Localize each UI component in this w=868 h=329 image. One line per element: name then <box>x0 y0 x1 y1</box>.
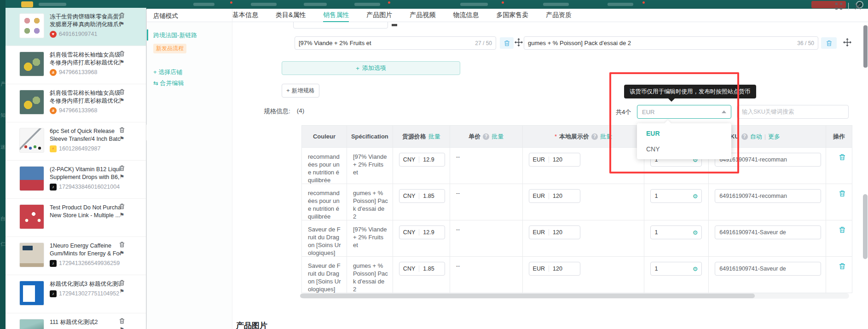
help-icon[interactable]: ? <box>591 133 598 140</box>
tab-product-qualification[interactable]: 产品资质 <box>546 9 572 22</box>
trash-icon[interactable] <box>119 12 125 18</box>
product-title-line1: 标题优化测试3 标题优化测试 <box>50 280 121 288</box>
char-counter: 27 / 50 <box>475 40 496 46</box>
notification-dot <box>502 1 504 4</box>
sku-input[interactable]: 649161909741-Saveur de <box>715 225 821 239</box>
sku-auto-link[interactable]: 自动 <box>750 133 762 140</box>
flag-icon[interactable]: ⚑ <box>120 59 125 65</box>
sku-input[interactable]: 649161909741-recomman <box>715 189 821 203</box>
flag-icon[interactable]: ⚑ <box>120 250 125 256</box>
trash-icon[interactable] <box>832 226 852 233</box>
option-2-drag-handle[interactable] <box>843 38 851 46</box>
gear-icon[interactable]: ⚙ <box>693 265 698 273</box>
add-spec-button[interactable]: + 新增规格 <box>282 84 319 98</box>
tab-multi-country-sale[interactable]: 多国家售卖 <box>496 9 528 22</box>
currency-select[interactable]: EUR <box>637 105 731 119</box>
batch-edit-link[interactable]: 批量 <box>428 133 440 140</box>
scrolled-element-partial <box>392 24 397 26</box>
flag-icon[interactable]: ⚑ <box>120 136 125 141</box>
currency-option-eur[interactable]: EUR <box>637 126 731 141</box>
cell-sku: 649161909741-Saveur de <box>709 257 826 293</box>
gear-icon[interactable]: ⚙ <box>693 229 698 237</box>
flag-icon[interactable]: ⚑ <box>120 21 125 27</box>
local-price-input[interactable]: EUR120 <box>529 153 580 167</box>
quantity-input[interactable]: 1⚙ <box>650 225 702 239</box>
product-id: 947966133968 <box>59 107 97 114</box>
quantity-input[interactable]: 1⚙ <box>650 262 702 276</box>
trash-icon[interactable] <box>119 51 125 57</box>
trash-icon[interactable] <box>119 165 125 171</box>
sku-search-input[interactable] <box>737 109 848 115</box>
flag-icon[interactable]: ⚑ <box>120 327 125 329</box>
tab-logistics-info[interactable]: 物流信息 <box>453 9 479 22</box>
product-list-item[interactable]: 斜肩领雪花棉长袖t恤女高级感秋 冬修身内搭打底衫标题优化测试3 a 947966… <box>6 46 146 84</box>
add-option-button[interactable]: + 添加选项 <box>282 61 460 75</box>
close-icon[interactable] <box>854 3 862 10</box>
couleur-value: recommandées pour une nutrition équilibr… <box>308 153 340 184</box>
tab-product-images[interactable]: 产品图片 <box>366 9 392 22</box>
flag-icon[interactable]: ⚑ <box>120 212 125 218</box>
batch-edit-link[interactable]: 批量 <box>492 133 503 140</box>
option-value-2-input[interactable] <box>524 40 797 46</box>
batch-edit-link[interactable]: 批量 <box>600 133 612 140</box>
trash-icon[interactable] <box>119 203 125 209</box>
product-list-item[interactable]: 斜肩领雪花棉长袖t恤女高级感秋 冬修身内搭打底衫标题优化测试2 a 947966… <box>6 84 146 122</box>
sku-input[interactable]: 649161909741-Saveur de <box>715 262 821 276</box>
quantity-value: 1 <box>654 229 658 237</box>
local-price-input[interactable]: EUR120 <box>529 225 580 239</box>
price-value: 1.85 <box>419 265 438 273</box>
product-text: 斜肩领雪花棉长袖t恤女高级感秋 冬修身内搭打底衫标题优化测试3 a 947966… <box>50 51 121 76</box>
trash-icon[interactable] <box>119 280 125 286</box>
local-price-input[interactable]: EUR120 <box>529 262 580 276</box>
tab-basic-info[interactable]: 基本信息 <box>232 9 258 22</box>
source-price-input[interactable]: CNY1.85 <box>399 262 445 276</box>
product-item-actions: ⚑ <box>119 280 125 294</box>
fullscreen-icon[interactable] <box>835 2 843 10</box>
rail-glyph: 迷 <box>0 144 6 150</box>
option-2-delete-button[interactable] <box>821 37 837 49</box>
cell-couleur: Saveur de Fruit du Dragon [Soins Urologi… <box>302 257 347 293</box>
currency-option-cny[interactable]: CNY <box>637 141 731 157</box>
local-price-input[interactable]: EUR120 <box>529 189 580 203</box>
trash-icon[interactable] <box>832 154 852 161</box>
trash-icon[interactable] <box>119 127 125 133</box>
tab-category-attributes[interactable]: 类目&属性 <box>276 9 306 22</box>
trash-icon[interactable] <box>832 263 852 270</box>
trash-icon[interactable] <box>119 242 125 248</box>
option-value-1-input[interactable] <box>295 40 475 46</box>
flag-icon[interactable]: ⚑ <box>120 98 125 103</box>
vertical-scrollbar-segment[interactable] <box>863 25 868 68</box>
gear-icon[interactable]: ⚙ <box>693 192 698 200</box>
flag-icon[interactable]: ⚑ <box>120 289 125 294</box>
spec-table-header: Couleur Spécification 货源价格批量 单价?批量 *本地展示… <box>302 126 852 148</box>
quantity-input[interactable]: 1⚙ <box>650 189 702 203</box>
product-list-item[interactable]: Test Product Do Not Purchase, New Store … <box>6 199 146 237</box>
product-list-item[interactable]: 标题优化测试3 标题优化测试 ♪ 1729413027751104952 ⚑ <box>6 275 146 313</box>
product-list-item[interactable]: 冻干生骨肉饼猫咪零食高蛋营养 发腮磨牙棒真肉助消化猫爪饼 ... ♥ 64916… <box>6 8 146 46</box>
trash-icon[interactable] <box>119 89 125 95</box>
trash-icon[interactable] <box>832 190 852 197</box>
unit-price-value: -- <box>456 262 460 269</box>
tab-product-video[interactable]: 产品视频 <box>410 9 435 22</box>
product-list-item[interactable]: 1Neuro Energy Caffeine Gum/Mints for Ene… <box>6 237 146 275</box>
help-icon[interactable]: ? <box>483 133 489 140</box>
flag-icon[interactable]: ⚑ <box>120 174 125 179</box>
option-1-delete-button[interactable] <box>500 37 514 49</box>
tab-sales-attributes[interactable]: 销售属性 <box>323 9 349 22</box>
source-price-input[interactable]: CNY12.9 <box>399 153 445 167</box>
help-icon[interactable]: ? <box>741 133 748 140</box>
sku-more-link[interactable]: 更多 <box>768 133 780 140</box>
source-price-input[interactable]: CNY12.9 <box>399 225 445 239</box>
horizontal-scrollbar-thumb[interactable] <box>300 294 755 298</box>
select-store-link[interactable]: + 选择店铺 <box>153 68 182 76</box>
option-1-drag-handle[interactable] <box>515 38 523 46</box>
product-list-item[interactable]: 111 标题优化测试2 ⚑ <box>6 313 146 329</box>
product-list-item[interactable]: (2-PACK) Vitamin B12 Liquid Supplement D… <box>6 161 146 199</box>
trash-icon[interactable] <box>119 318 125 324</box>
product-title-line1: 6pc Set of Quick Release <box>50 127 121 135</box>
merge-edit-link[interactable]: ⇆ 合并编辑 <box>153 79 184 87</box>
product-list-item[interactable]: 6pc Set of Quick Release Sleeve Transfer… <box>6 122 146 161</box>
source-price-input[interactable]: CNY1.85 <box>399 189 445 203</box>
store-item-active[interactable]: 跨境法国-新链路 <box>147 29 232 41</box>
vertical-scrollbar-thumb[interactable] <box>863 194 868 259</box>
